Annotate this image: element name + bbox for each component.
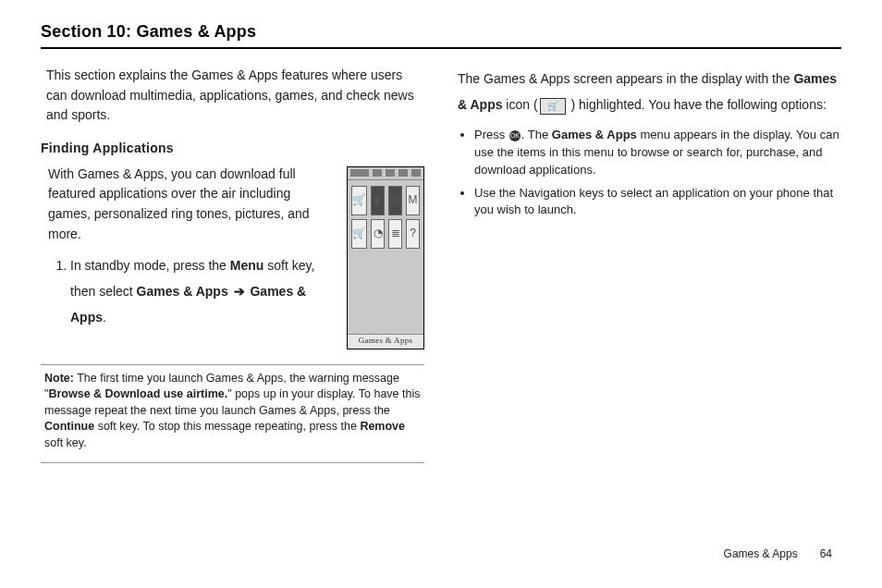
clock-icon <box>386 169 395 177</box>
sound-icon <box>360 169 369 177</box>
section-title: Section 10: Games & Apps <box>41 22 841 49</box>
right-arrow-icon: ➔ <box>232 284 247 299</box>
option-press-ok: Press OK. The Games & Apps menu appears … <box>474 127 841 179</box>
note-b: Browse & Download use airtime. <box>48 387 227 400</box>
footer-page-number: 64 <box>820 547 832 560</box>
right-paragraph-1: The Games & Apps screen appears in the d… <box>458 66 841 117</box>
note-g: soft key. <box>44 436 87 449</box>
remove-softkey-label: Remove <box>360 420 405 433</box>
step-list: In standby mode, press the Menu soft key… <box>48 252 332 330</box>
intro-paragraph: This section explains the Games & Apps f… <box>46 66 424 126</box>
app-tile-help: ? <box>406 219 420 249</box>
note-e: soft key. To stop this message repeating… <box>94 420 360 433</box>
app-tile-cart2: 🛒 <box>351 219 367 249</box>
app-tile-album: ◔ <box>371 219 385 249</box>
signal-icon <box>350 169 360 177</box>
step1-end: . <box>103 310 106 325</box>
b1-a: Press <box>474 128 508 141</box>
phone-screenshot: 🛒 ◐ ▤ M 🛒 ◔ ≣ ? Games & Apps <box>347 166 424 349</box>
step-1: In standby mode, press the Menu soft key… <box>70 252 332 330</box>
right-column: The Games & Apps screen appears in the d… <box>458 66 841 463</box>
phone-footer-label: Games & Apps <box>348 334 423 349</box>
note-top-divider <box>41 364 424 365</box>
step1-path1: Games & Apps <box>137 284 228 299</box>
message-icon <box>373 169 382 177</box>
ok-icon: OK <box>509 130 521 141</box>
continue-softkey-label: Continue <box>44 420 94 433</box>
app-tile-cart: 🛒 <box>351 186 367 215</box>
step1-pre: In standby mode, press the <box>70 258 230 273</box>
battery-icon <box>411 169 421 177</box>
note-bottom-divider <box>41 462 424 463</box>
finding-paragraph: With Games & Apps, you can download full… <box>48 165 332 245</box>
phone-app-grid: 🛒 ◐ ▤ M 🛒 ◔ ≣ ? <box>348 180 423 334</box>
menu-softkey-label: Menu <box>230 258 264 273</box>
phone-status-bar <box>348 167 423 180</box>
footer-section-name: Games & Apps <box>724 547 798 560</box>
option-navigation-keys: Use the Navigation keys to select an app… <box>474 185 841 220</box>
app-tile-cal: ▤ <box>388 186 402 215</box>
r-p1a: The Games & Apps screen appears in the d… <box>458 71 793 86</box>
finding-applications-heading: Finding Applications <box>41 139 424 159</box>
r-p1c: icon ( <box>502 97 537 112</box>
page-footer: Games & Apps 64 <box>724 547 832 560</box>
b1-c: Games & Apps <box>552 128 637 141</box>
cart-icon: 🛒 <box>540 98 566 115</box>
options-list: Press OK. The Games & Apps menu appears … <box>458 127 841 219</box>
status-icon <box>398 169 408 177</box>
note-block: Note: The first time you launch Games & … <box>41 371 424 458</box>
r-p1d: ) highlighted. You have the following op… <box>568 97 827 112</box>
app-tile-globe: ◐ <box>371 186 385 215</box>
app-tile-music: M <box>406 186 420 215</box>
left-column: This section explains the Games & Apps f… <box>41 66 424 463</box>
note-label: Note: <box>44 372 74 385</box>
app-tile-list: ≣ <box>388 219 402 249</box>
b1-b: . The <box>521 128 552 141</box>
